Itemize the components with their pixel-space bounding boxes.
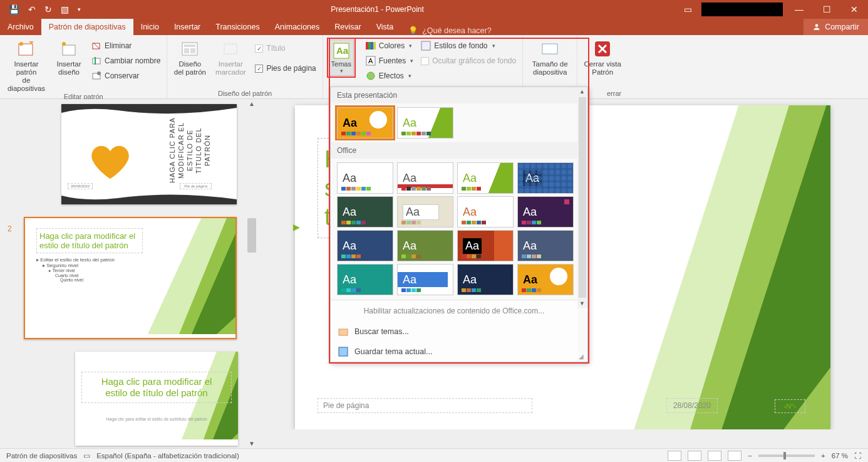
minimize-icon[interactable]: — <box>785 4 813 14</box>
footer-checkbox[interactable]: ✓Pies de página <box>252 61 318 75</box>
theme-swatch[interactable]: Aa <box>517 230 574 261</box>
scroll-thumb[interactable] <box>579 97 586 298</box>
tab-transitions[interactable]: Transiciones <box>208 19 267 35</box>
bg-styles-button[interactable]: Estilos de fondo▾ <box>418 39 519 53</box>
theme-swatch[interactable]: Aa <box>337 264 393 295</box>
layout-thumbnail-2[interactable]: Haga clic para modificar el estilo de tí… <box>24 217 237 339</box>
editor-hscroll[interactable] <box>257 429 857 441</box>
thumb-scrollbar[interactable]: ▲ ▼ <box>246 99 257 448</box>
theme-swatch[interactable]: Aa <box>457 264 514 295</box>
share-button[interactable]: Compartir <box>803 19 868 35</box>
scroll-up-icon[interactable]: ▲ <box>249 100 255 107</box>
undo-icon[interactable]: ↶ <box>28 4 36 14</box>
maximize-icon[interactable]: ☐ <box>813 4 840 14</box>
theme-swatch[interactable]: Aa <box>397 264 453 295</box>
themes-sect-office: Office <box>331 142 587 159</box>
bgstyle-label: Estilos de fondo <box>434 41 487 50</box>
tab-review[interactable]: Revisar <box>327 19 368 35</box>
themes-scrollbar[interactable]: ▲ ▼ <box>577 87 587 308</box>
tab-slide-master[interactable]: Patrón de diapositivas <box>41 19 133 35</box>
zoom-level[interactable]: 67 % <box>832 452 848 459</box>
effects-button[interactable]: Efectos▾ <box>363 69 416 83</box>
view-slideshow-button[interactable] <box>728 451 741 461</box>
title-checkbox: ✓Título <box>252 41 318 55</box>
zoom-out-button[interactable]: − <box>748 452 752 459</box>
theme-swatch[interactable]: Aa <box>337 162 393 194</box>
insert-layout-button[interactable]: Insertardiseño <box>51 38 86 76</box>
theme-swatch[interactable]: Aa <box>397 162 453 194</box>
theme-swatch[interactable]: Aa <box>517 264 574 295</box>
theme-swatch[interactable]: Aa <box>517 196 574 228</box>
themes-button[interactable]: Aa Temas ▾ <box>329 39 354 76</box>
account-area[interactable] <box>701 3 783 16</box>
browse-themes-button[interactable]: Buscar temas... <box>331 322 577 342</box>
tab-insert[interactable]: Insertar <box>167 19 208 35</box>
view-normal-button[interactable] <box>668 451 681 461</box>
slide-size-button[interactable]: Tamaño dediapositiva <box>527 38 573 76</box>
view-sorter-button[interactable] <box>688 451 701 461</box>
save-theme-button[interactable]: Guardar tema actual... <box>331 342 577 362</box>
preserve-button[interactable]: Conservar <box>89 69 163 83</box>
checkbox-icon <box>421 57 429 65</box>
footer-placeholder[interactable]: Pie de página <box>318 398 532 413</box>
bgstyle-icon <box>421 41 431 51</box>
insert-slide-master-button[interactable]: Insertar patrónde diapositivas <box>4 38 49 93</box>
colors-button[interactable]: Colores▾ <box>363 39 416 53</box>
scroll-up-icon[interactable]: ▲ <box>579 88 585 95</box>
tell-me[interactable]: 💡 ¿Qué desea hacer? <box>401 26 499 35</box>
theme-swatch[interactable]: Aa <box>397 196 453 228</box>
svg-marker-40 <box>488 163 513 194</box>
scroll-thumb[interactable] <box>247 218 256 253</box>
redo-icon[interactable]: ↻ <box>44 4 52 14</box>
tab-file[interactable]: Archivo <box>0 19 41 35</box>
theme-swatch[interactable]: Aa <box>517 162 574 194</box>
facet-bg <box>617 105 830 429</box>
save-label: Guardar tema actual... <box>354 347 432 356</box>
slideshow-icon[interactable]: ▧ <box>61 4 69 14</box>
thumb2-b4: Cuarto nivel <box>55 273 78 278</box>
tab-animations[interactable]: Animaciones <box>267 19 328 35</box>
zoom-in-button[interactable]: + <box>821 452 825 459</box>
placeholder-label: Insertarmarcador <box>215 60 246 76</box>
ribbon-options-icon[interactable]: ▭ <box>674 4 701 14</box>
theme-swatch[interactable]: Aa <box>337 196 393 228</box>
fonts-button[interactable]: AFuentes▾ <box>363 54 416 68</box>
save-icon[interactable]: 💾 <box>9 4 19 14</box>
theme-swatch-current-1[interactable]: Aa <box>337 107 393 139</box>
close-icon[interactable]: ✕ <box>840 4 868 14</box>
view-reading-button[interactable] <box>708 451 721 461</box>
theme-swatch[interactable]: Aa <box>457 196 514 228</box>
resize-handle-icon[interactable]: ◢ <box>579 353 586 360</box>
status-bar: Patrón de diapositivas ▭ Español (España… <box>0 448 868 462</box>
date-placeholder[interactable]: 28/08/2020 <box>666 398 718 413</box>
master-thumbnail-1[interactable]: HAGA CLIC PARA MODIFICAR EL ESTILO DE TÍ… <box>61 104 237 204</box>
layout-thumbnail-3[interactable]: Haga clic para modificar el estilo de tí… <box>75 352 238 446</box>
fit-button[interactable]: ⛶ <box>854 452 862 459</box>
slidenum-placeholder[interactable]: ‹Nº› <box>775 399 805 413</box>
scroll-down-icon[interactable]: ▼ <box>579 300 585 307</box>
status-lang[interactable]: Español (España - alfabetización tradici… <box>96 452 239 459</box>
delete-label: Eliminar <box>105 41 132 50</box>
close-master-button[interactable]: Cerrar vistaPatrón <box>581 38 624 76</box>
rename-button[interactable]: Cambiar nombre <box>89 54 163 68</box>
scroll-down-icon[interactable]: ▼ <box>249 440 255 447</box>
master-layout-button[interactable]: Diseñodel patrón <box>171 38 209 76</box>
zoom-handle[interactable] <box>783 452 786 459</box>
thumb2-b2: Segundo nivel <box>46 263 78 268</box>
thumb1-date: 28/08/2020 <box>68 183 93 189</box>
facet-bg <box>142 217 237 339</box>
tab-home[interactable]: Inicio <box>133 19 167 35</box>
enable-updates-link[interactable]: Habilitar actualizaciones de contenido d… <box>331 300 577 322</box>
insert-layout-label: Insertardiseño <box>57 60 81 76</box>
editor-vscroll[interactable] <box>857 99 868 429</box>
theme-swatch[interactable]: Aa <box>337 230 393 261</box>
zoom-slider[interactable] <box>758 454 815 457</box>
theme-swatch[interactable]: Aa <box>457 230 514 261</box>
theme-swatch[interactable]: Aa <box>457 162 514 194</box>
theme-swatch[interactable]: Aa <box>397 230 453 261</box>
theme-swatch-current-2[interactable]: Aa <box>397 107 453 139</box>
insert-placeholder-button: Insertarmarcador <box>211 38 250 76</box>
lang-icon[interactable]: ▭ <box>83 451 90 460</box>
tab-view[interactable]: Vista <box>369 19 401 35</box>
delete-button[interactable]: Eliminar <box>89 39 163 53</box>
